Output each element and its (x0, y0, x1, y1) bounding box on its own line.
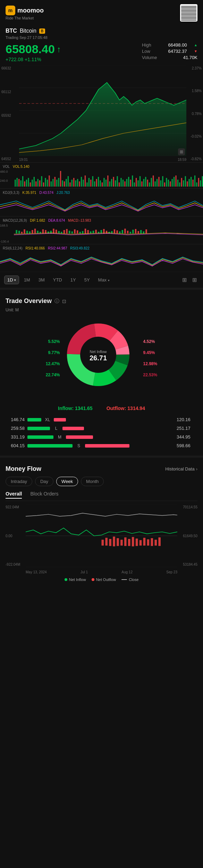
svg-rect-13 (28, 178, 29, 187)
divider-2 (0, 456, 203, 458)
low-value: 64732.37 (168, 49, 187, 54)
bar-in-l (27, 427, 50, 430)
svg-rect-46 (90, 180, 91, 187)
svg-rect-27 (54, 177, 56, 187)
svg-rect-175 (109, 539, 111, 546)
svg-rect-133 (85, 229, 86, 234)
unit-label: Unit: M (6, 308, 197, 312)
logo-area: m moomoo Ride The Market (6, 6, 44, 20)
svg-rect-45 (88, 178, 90, 187)
svg-rect-155 (143, 231, 144, 234)
svg-rect-176 (113, 537, 115, 546)
svg-rect-186 (151, 538, 153, 546)
svg-rect-9 (20, 180, 22, 187)
money-flow-section: Money Flow Historical Data › Intraday Da… (0, 460, 203, 587)
svg-rect-44 (86, 182, 87, 187)
svg-rect-67 (130, 180, 131, 187)
svg-rect-54 (105, 180, 107, 187)
logo-icon: m (6, 6, 15, 15)
svg-rect-69 (134, 182, 135, 187)
high-value: 66498.00 (168, 42, 187, 48)
info-icon[interactable]: ⓘ (54, 298, 59, 304)
outflow-header: Outflow: 1314.94 (107, 406, 145, 411)
svg-rect-119 (48, 231, 49, 234)
mf-x-labels: May 13, 2024 Jul 1 Aug 12 Sep 23 (26, 570, 177, 574)
money-flow-chart: 922.04M 0.00 -922.04M 70114.55 61649.50 … (6, 505, 197, 574)
svg-rect-92 (177, 180, 178, 187)
svg-rect-28 (56, 180, 57, 187)
svg-rect-22 (45, 178, 46, 187)
svg-rect-90 (174, 177, 175, 187)
chart-settings-icon[interactable]: ⊞ (180, 276, 189, 284)
subtab-block-orders[interactable]: Block Orders (30, 491, 58, 499)
svg-rect-36 (71, 180, 73, 187)
tab-day[interactable]: Day (35, 477, 53, 486)
svg-rect-18 (37, 179, 39, 187)
svg-rect-88 (170, 181, 171, 187)
svg-rect-73 (141, 181, 142, 187)
svg-rect-75 (145, 177, 146, 187)
time-btn-ytd[interactable]: YTD (50, 276, 66, 284)
chart-x-labels: 19:01 18:59 (19, 158, 186, 162)
share-icon[interactable]: ⊡ (62, 298, 66, 304)
historical-data-link[interactable]: Historical Data › (165, 466, 197, 472)
svg-rect-11 (24, 181, 25, 187)
qr-pattern (181, 5, 196, 21)
legend-outflow-label: Net Outflow (96, 578, 116, 582)
svg-rect-60 (117, 176, 118, 187)
tab-week[interactable]: Week (56, 477, 78, 486)
svg-rect-84 (162, 176, 163, 187)
svg-rect-33 (66, 179, 67, 187)
high-arrow: ▲ (194, 43, 197, 47)
svg-rect-144 (114, 229, 115, 234)
svg-rect-87 (168, 180, 169, 187)
legend-close-line (121, 579, 127, 580)
svg-rect-31 (62, 180, 63, 187)
svg-rect-111 (26, 231, 28, 234)
svg-rect-110 (24, 229, 25, 234)
svg-rect-100 (192, 180, 193, 187)
svg-rect-187 (154, 540, 157, 546)
svg-rect-173 (102, 540, 104, 546)
inflow-header: Inflow: 1341.65 (58, 406, 93, 411)
svg-rect-177 (117, 538, 119, 546)
rsi-chart-svg (0, 251, 203, 272)
svg-rect-132 (82, 231, 83, 234)
time-btn-1y[interactable]: 1Y (67, 276, 79, 284)
flow-row-l: 259.58 L 251.17 (6, 424, 197, 433)
bar-in-xl (27, 418, 41, 421)
tab-intraday[interactable]: Intraday (6, 477, 32, 486)
low-stat: Low 64732.37 ▼ (142, 49, 197, 54)
svg-rect-97 (187, 181, 188, 187)
vol-value: VOL:5.140 (13, 165, 29, 169)
low-arrow: ▼ (194, 49, 197, 53)
camera-icon[interactable]: ⊞ (178, 148, 185, 155)
time-btn-max[interactable]: Max ▾ (95, 276, 113, 284)
time-btn-1m[interactable]: 1M (20, 276, 34, 284)
svg-rect-24 (49, 175, 50, 187)
svg-rect-14 (30, 182, 31, 187)
kdj-title: KDJ(9,3,3) K:35.971 D:43.574 J:20.763 (0, 190, 203, 195)
legend-inflow-label: Net Inflow (69, 578, 86, 582)
main-chart[interactable]: 66632 66112 65592 64552 2.37% 1.58% 0.78… (0, 65, 203, 162)
svg-rect-174 (105, 538, 108, 546)
macd-chart-svg (14, 223, 203, 244)
time-btn-1d[interactable]: 1D ▾ (4, 276, 19, 284)
svg-rect-16 (34, 177, 35, 187)
kdj-indicator: KDJ(9,3,3) K:35.971 D:43.574 J:20.763 (0, 188, 203, 216)
svg-rect-80 (154, 181, 155, 187)
price-up-arrow: ↑ (57, 44, 61, 54)
main-price: 65808.40 ↑ (6, 42, 61, 56)
tab-month[interactable]: Month (81, 477, 104, 486)
svg-rect-21 (43, 182, 44, 187)
svg-rect-101 (194, 175, 195, 187)
btc-name: Bitcoin (20, 28, 36, 34)
svg-rect-146 (119, 231, 120, 234)
svg-rect-99 (191, 177, 192, 187)
time-btn-3m[interactable]: 3M (35, 276, 48, 284)
chart-layout-icon[interactable]: ⊞ (190, 276, 199, 284)
subtab-overall[interactable]: Overall (6, 491, 22, 499)
svg-rect-81 (157, 179, 158, 187)
time-btn-5y[interactable]: 5Y (81, 276, 93, 284)
svg-rect-37 (73, 178, 74, 187)
